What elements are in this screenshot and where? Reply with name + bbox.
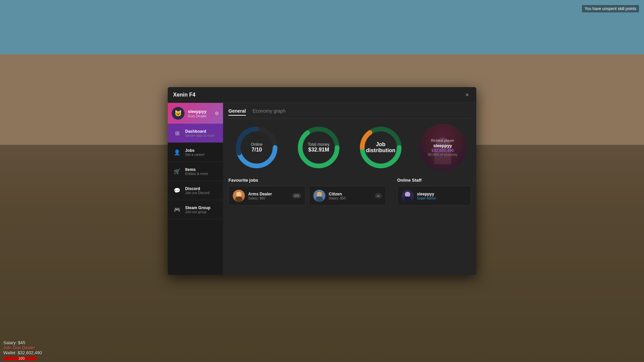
citizen-name: Citizen	[329, 192, 372, 196]
sidebar-item-steam[interactable]: 🎮 Steam Group Join our group	[168, 200, 223, 219]
staff-name: sleeppyy	[417, 192, 467, 196]
job-card-citizen[interactable]: Citizen Salary: $50 ∞	[309, 186, 386, 205]
richest-overlay: Richest player sleeppyy $32,602,490 99.0…	[419, 124, 466, 171]
job-distribution-stat: Job distribution	[357, 124, 404, 171]
job-card-arms-dealer[interactable]: Arms Dealer Salary: $60 0/5	[228, 186, 306, 205]
items-nav-sublabel: Entities & more	[185, 172, 218, 176]
online-circle-chart: Online 7/10	[233, 124, 280, 171]
items-icon: 🛒	[172, 167, 182, 176]
total-money-circle-chart: Total money $32.91M	[295, 124, 342, 171]
sidebar-item-discord[interactable]: 💬 Discord Join our Discord	[168, 181, 223, 200]
user-avatar: 😺	[172, 107, 184, 120]
svg-point-12	[317, 192, 322, 197]
richest-percent: 99.08% of economy	[428, 153, 457, 157]
steam-nav-label: Steam Group	[185, 205, 218, 210]
total-money-svg	[295, 124, 342, 171]
online-svg	[233, 124, 280, 171]
user-profile[interactable]: 😺 sleeppyy Gun Dealer ⚙	[168, 103, 223, 124]
staff-card-sleeppyy[interactable]: sleeppyy Super Admin	[397, 186, 471, 205]
svg-point-10	[235, 196, 243, 202]
online-stat: Online 7/10	[233, 124, 280, 171]
sidebar: 😺 sleeppyy Gun Dealer ⚙ ⊞ Dashboard Serv…	[168, 103, 223, 275]
user-avatar-emoji: 😺	[174, 110, 182, 117]
steam-nav-text: Steam Group Join our group	[185, 205, 218, 214]
total-money-stat: Total money $32.91M	[295, 124, 342, 171]
steam-icon: 🎮	[172, 205, 182, 214]
richest-amount: $32,602,490	[431, 148, 454, 153]
jobs-grid: Arms Dealer Salary: $60 0/5	[228, 186, 392, 205]
citizen-avatar-svg	[313, 190, 325, 202]
richest-player-stat: Richest player sleeppyy $32,602,490 99.0…	[419, 124, 466, 171]
svg-point-16	[404, 196, 411, 202]
online-staff-title: Online Staff	[397, 178, 471, 183]
discord-nav-sublabel: Join our Discord	[185, 191, 218, 195]
dashboard-nav-text: Dashboard Server stats & more	[185, 129, 218, 137]
arms-dealer-salary: Salary: $60	[248, 196, 289, 200]
user-info: sleeppyy Gun Dealer	[188, 109, 211, 118]
richest-title: Richest player	[431, 138, 454, 142]
arms-dealer-avatar-inner	[233, 190, 245, 202]
jobs-nav-label: Jobs	[185, 148, 218, 153]
steam-nav-sublabel: Join our group	[185, 210, 218, 214]
sidebar-item-items[interactable]: 🛒 Items Entities & more	[168, 162, 223, 181]
svg-point-15	[405, 192, 410, 197]
staff-avatar	[401, 190, 414, 202]
items-nav-text: Items Entities & more	[185, 167, 218, 176]
richest-circle: Richest player sleeppyy $32,602,490 99.0…	[419, 124, 466, 171]
dashboard-nav-label: Dashboard	[185, 129, 218, 134]
user-job-label: Gun Dealer	[188, 114, 211, 118]
dashboard-icon: ⊞	[172, 128, 182, 138]
settings-icon[interactable]: ⚙	[215, 111, 219, 116]
tab-economy-graph[interactable]: Economy graph	[253, 108, 285, 116]
arms-dealer-avatar	[233, 190, 245, 202]
svg-point-13	[316, 196, 323, 202]
sidebar-item-jobs[interactable]: 👤 Jobs Get a career!	[168, 143, 223, 162]
citizen-info: Citizen Salary: $50	[329, 192, 372, 200]
staff-role: Super Admin	[417, 196, 467, 200]
arms-dealer-name: Arms Dealer	[248, 192, 289, 196]
citizen-avatar	[313, 190, 325, 202]
job-dist-svg	[357, 124, 404, 171]
tab-header: General Economy graph	[228, 108, 471, 119]
main-modal: Xenin F4 × 😺 sleeppyy Gun Dealer ⚙	[168, 87, 476, 275]
modal-title: Xenin F4	[173, 92, 196, 98]
arms-dealer-info: Arms Dealer Salary: $60	[248, 192, 289, 200]
arms-dealer-slots: 0/5	[292, 193, 301, 198]
arms-dealer-avatar-svg	[233, 190, 245, 202]
richest-name: sleeppyy	[433, 143, 452, 148]
discord-nav-label: Discord	[185, 186, 218, 191]
job-distribution-circle-chart: Job distribution	[357, 124, 404, 171]
close-button[interactable]: ×	[463, 91, 471, 99]
citizen-salary: Salary: $50	[329, 196, 372, 200]
sidebar-item-dashboard[interactable]: ⊞ Dashboard Server stats & more	[168, 124, 223, 143]
jobs-icon: 👤	[172, 147, 182, 157]
modal-overlay: Xenin F4 × 😺 sleeppyy Gun Dealer ⚙	[0, 0, 644, 362]
jobs-nav-text: Jobs Get a career!	[185, 148, 218, 157]
stats-row: Online 7/10 To	[228, 124, 471, 171]
discord-icon: 💬	[172, 186, 182, 195]
user-name: sleeppyy	[188, 109, 211, 114]
svg-point-9	[236, 192, 241, 197]
online-staff-section: Online Staff sleeppyy	[397, 178, 471, 205]
staff-avatar-svg	[401, 190, 414, 202]
modal-body: 😺 sleeppyy Gun Dealer ⚙ ⊞ Dashboard Serv…	[168, 103, 476, 275]
items-nav-label: Items	[185, 167, 218, 172]
citizen-slots: ∞	[375, 193, 382, 198]
favourite-jobs-section: Favourite jobs	[228, 178, 392, 205]
jobs-nav-sublabel: Get a career!	[185, 153, 218, 157]
citizen-avatar-inner	[313, 190, 325, 202]
favourite-jobs-title: Favourite jobs	[228, 178, 392, 183]
staff-info: sleeppyy Super Admin	[417, 192, 467, 200]
modal-header: Xenin F4 ×	[168, 87, 476, 103]
discord-nav-text: Discord Join our Discord	[185, 186, 218, 195]
tab-general[interactable]: General	[228, 108, 246, 116]
main-content: General Economy graph	[223, 103, 476, 275]
sections-row: Favourite jobs	[228, 178, 471, 205]
dashboard-nav-sublabel: Server stats & more	[185, 134, 218, 137]
